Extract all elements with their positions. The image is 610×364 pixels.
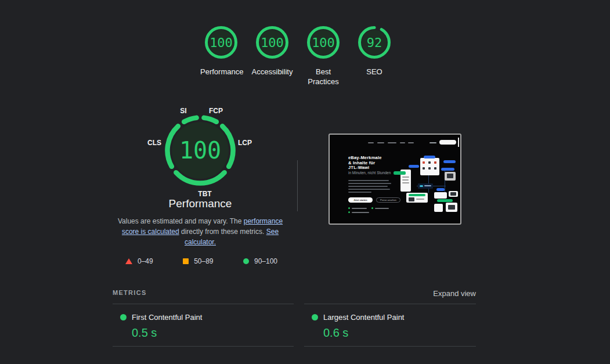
thumb-check-text xyxy=(375,208,389,209)
thumb-check-icon xyxy=(348,207,350,209)
best-practices-score: 100 xyxy=(306,26,340,59)
metric-ring-label-lcp: LCP xyxy=(238,139,252,147)
thumb-logo xyxy=(420,185,423,187)
category-accessibility[interactable]: 100 Accessibility xyxy=(247,26,298,87)
seo-label: SEO xyxy=(366,67,382,77)
metric-lcp-value: 0.6 s xyxy=(323,326,404,340)
thumb-paragraph-line xyxy=(348,180,389,181)
thumb-blue-chip xyxy=(436,188,445,191)
thumb-photo xyxy=(450,192,456,196)
thumb-photo xyxy=(447,174,453,178)
description-text-2: directly from these metrics. xyxy=(179,228,266,236)
thumb-scrollbar xyxy=(458,138,459,147)
metric-lcp-name: Largest Contentful Paint xyxy=(323,313,404,322)
thumb-nav-link xyxy=(368,142,374,143)
metric-fcp: First Contentful Paint 0.5 s xyxy=(120,313,202,340)
thumb-icon xyxy=(428,167,431,170)
performance-section-title: Performance xyxy=(142,197,258,210)
thumb-blue-chip xyxy=(441,168,454,171)
thumb-nav-link xyxy=(400,142,405,143)
metric-ring-label-cls: CLS xyxy=(147,139,161,147)
description-text-1: Values are estimated and may vary. The xyxy=(118,217,244,225)
legend-average: 50–89 xyxy=(183,257,213,265)
accessibility-score: 100 xyxy=(255,26,289,59)
divider xyxy=(304,304,476,304)
thumb-icon xyxy=(423,167,425,170)
thumb-check-text xyxy=(352,208,367,209)
divider xyxy=(113,346,294,347)
seo-score: 92 xyxy=(358,26,391,59)
legend-average-range: 50–89 xyxy=(194,257,213,265)
metric-ring-label-si: SI xyxy=(180,107,186,115)
thumb-logo-text xyxy=(424,185,431,186)
average-square-icon xyxy=(183,258,189,264)
thumb-green-chip xyxy=(437,199,453,202)
thumb-card-text xyxy=(402,179,409,181)
vertical-divider xyxy=(297,160,298,211)
thumb-diagram-card xyxy=(420,158,439,175)
thumb-nav-link xyxy=(408,142,414,143)
thumb-blue-chip xyxy=(443,160,456,163)
metric-fcp-value: 0.5 s xyxy=(132,326,202,340)
best-practices-gauge-icon: 100 xyxy=(306,26,340,59)
category-seo[interactable]: 92 SEO xyxy=(349,26,400,87)
performance-score: 100 xyxy=(204,26,238,59)
fail-triangle-icon xyxy=(125,258,132,264)
thumb-diagram-card xyxy=(434,192,447,199)
performance-detail-gauge: 100 SI FCP LCP TBT CLS xyxy=(164,114,237,187)
metrics-section-header: METRICS xyxy=(113,289,147,296)
performance-description: Values are estimated and may vary. The p… xyxy=(116,216,284,247)
thumb-check-text xyxy=(352,212,369,213)
accessibility-label: Accessibility xyxy=(252,67,293,77)
legend-pass: 90–100 xyxy=(243,257,277,265)
legend-fail: 0–49 xyxy=(125,257,153,265)
thumb-check-icon xyxy=(348,211,350,213)
seo-gauge-icon: 92 xyxy=(358,26,391,59)
pass-circle-icon xyxy=(120,314,127,320)
score-legend: 0–49 50–89 90–100 xyxy=(125,257,277,265)
divider xyxy=(113,304,294,304)
thumb-nav-link xyxy=(388,142,396,143)
performance-gauge-icon: 100 xyxy=(204,26,238,59)
thumb-card-text xyxy=(402,176,409,178)
accessibility-gauge-icon: 100 xyxy=(255,26,289,59)
thumb-icon xyxy=(428,161,431,164)
thumb-blue-chip xyxy=(424,156,435,158)
thumb-paragraph-line xyxy=(348,183,391,184)
best-practices-label: Best Practices xyxy=(302,67,344,87)
thumb-card-text xyxy=(416,199,424,200)
thumb-paragraph-line xyxy=(348,192,371,193)
thumb-primary-button: Jetzt starten xyxy=(348,197,373,203)
thumb-green-chip xyxy=(394,171,406,175)
thumb-diagram-card xyxy=(434,204,443,212)
category-performance[interactable]: 100 Performance xyxy=(196,26,247,87)
thumb-icon xyxy=(434,167,436,170)
lighthouse-report: 100 Performance 100 Accessibility 100 Be… xyxy=(0,0,610,364)
metric-ring-label-tbt: TBT xyxy=(198,190,211,198)
thumb-paragraph-line xyxy=(348,186,388,187)
performance-detail-score: 100 xyxy=(164,114,237,187)
category-best-practices[interactable]: 100 Best Practices xyxy=(298,26,349,87)
metric-ring-label-fcp: FCP xyxy=(209,107,223,115)
thumb-card-text xyxy=(402,182,409,183)
thumb-secondary-button: Preise ansehen xyxy=(376,197,400,203)
expand-view-button[interactable]: Expand view xyxy=(406,289,476,298)
final-screenshot-thumbnail[interactable]: eBay-Merkmale & Inhalte für JTL-Wawi in … xyxy=(329,134,461,225)
thumb-photo xyxy=(409,197,414,201)
category-scores: 100 Performance 100 Accessibility 100 Be… xyxy=(196,26,400,87)
metric-fcp-name: First Contentful Paint xyxy=(132,313,202,322)
metric-lcp: Largest Contentful Paint 0.6 s xyxy=(312,313,404,340)
thumb-nav-link xyxy=(377,142,384,143)
thumb-camera-icon xyxy=(448,205,455,210)
thumb-check-icon xyxy=(371,207,373,209)
thumb-subtitle: in Minuten, nicht Stunden xyxy=(348,171,391,175)
divider xyxy=(304,346,476,347)
thumb-nav-cta xyxy=(439,140,456,145)
thumb-nav-link xyxy=(429,142,436,143)
thumb-blue-chip xyxy=(409,165,419,168)
pass-circle-icon xyxy=(243,258,249,264)
thumb-green-chip xyxy=(409,194,425,196)
thumb-paragraph-line xyxy=(348,189,390,190)
thumb-icon xyxy=(434,161,436,164)
performance-label: Performance xyxy=(200,67,242,77)
